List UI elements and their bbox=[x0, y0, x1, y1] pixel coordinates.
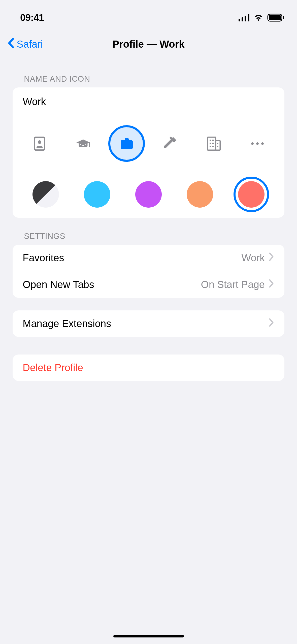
color-option-black-white[interactable] bbox=[32, 181, 59, 208]
svg-rect-15 bbox=[212, 143, 214, 144]
back-button[interactable]: Safari bbox=[8, 38, 43, 51]
graduation-cap-icon[interactable] bbox=[65, 125, 101, 162]
chevron-right-icon bbox=[269, 279, 274, 290]
person-badge-icon[interactable] bbox=[21, 125, 58, 162]
status-bar: 09:41 bbox=[0, 0, 297, 28]
svg-rect-6 bbox=[283, 16, 284, 19]
home-indicator[interactable] bbox=[113, 635, 184, 637]
open-new-tabs-value: On Start Page bbox=[201, 279, 265, 290]
delete-profile-label: Delete Profile bbox=[23, 362, 83, 373]
svg-rect-5 bbox=[269, 15, 281, 20]
svg-rect-9 bbox=[89, 142, 90, 147]
color-option-coral[interactable] bbox=[238, 181, 265, 208]
svg-rect-16 bbox=[210, 146, 211, 147]
building-icon[interactable] bbox=[196, 125, 232, 162]
favorites-value: Work bbox=[241, 252, 265, 264]
navigation-bar: Safari Profile — Work bbox=[0, 28, 297, 60]
svg-rect-14 bbox=[210, 143, 211, 144]
svg-point-22 bbox=[261, 142, 264, 145]
svg-rect-1 bbox=[242, 17, 243, 21]
svg-point-21 bbox=[256, 142, 259, 145]
svg-rect-11 bbox=[216, 141, 220, 150]
chevron-left-icon bbox=[8, 38, 15, 51]
color-option-orange[interactable] bbox=[187, 181, 213, 208]
favorites-label: Favorites bbox=[23, 252, 241, 264]
svg-rect-18 bbox=[217, 143, 218, 144]
svg-rect-10 bbox=[208, 137, 216, 150]
svg-rect-2 bbox=[245, 16, 246, 21]
chevron-right-icon bbox=[269, 318, 274, 329]
color-option-sky-blue[interactable] bbox=[84, 181, 110, 208]
svg-rect-12 bbox=[210, 140, 211, 141]
back-label: Safari bbox=[17, 39, 43, 50]
svg-rect-17 bbox=[212, 146, 214, 147]
delete-profile-button[interactable]: Delete Profile bbox=[13, 355, 284, 381]
profile-name-row[interactable] bbox=[13, 87, 284, 116]
settings-card: Favorites Work Open New Tabs On Start Pa… bbox=[13, 245, 284, 298]
open-new-tabs-row[interactable]: Open New Tabs On Start Page bbox=[13, 271, 284, 298]
chevron-right-icon bbox=[269, 252, 274, 264]
svg-rect-3 bbox=[248, 14, 249, 21]
status-time: 09:41 bbox=[20, 12, 44, 23]
favorites-row[interactable]: Favorites Work bbox=[13, 245, 284, 271]
battery-icon bbox=[267, 14, 284, 22]
extensions-card: Manage Extensions bbox=[13, 310, 284, 337]
manage-extensions-label: Manage Extensions bbox=[23, 318, 269, 329]
manage-extensions-row[interactable]: Manage Extensions bbox=[13, 310, 284, 337]
svg-rect-19 bbox=[217, 146, 218, 147]
briefcase-icon[interactable] bbox=[108, 125, 145, 162]
page-title: Profile — Work bbox=[113, 39, 185, 50]
svg-rect-13 bbox=[212, 140, 214, 141]
svg-rect-0 bbox=[239, 19, 240, 21]
more-icons-button[interactable] bbox=[239, 125, 276, 162]
section-header-name-icon: NAME AND ICON bbox=[0, 60, 297, 87]
cellular-signal-icon bbox=[239, 14, 250, 21]
color-picker-row bbox=[13, 171, 284, 218]
delete-card: Delete Profile bbox=[13, 355, 284, 381]
svg-point-8 bbox=[38, 140, 41, 144]
status-icons bbox=[239, 14, 284, 22]
icon-picker-row bbox=[13, 116, 284, 171]
wifi-icon bbox=[253, 14, 264, 21]
color-option-purple[interactable] bbox=[135, 181, 162, 208]
open-new-tabs-label: Open New Tabs bbox=[23, 279, 201, 290]
profile-name-input[interactable] bbox=[23, 96, 274, 107]
hammer-icon[interactable] bbox=[152, 125, 189, 162]
name-icon-card bbox=[13, 87, 284, 218]
svg-point-20 bbox=[251, 142, 254, 145]
section-header-settings: SETTINGS bbox=[0, 218, 297, 245]
